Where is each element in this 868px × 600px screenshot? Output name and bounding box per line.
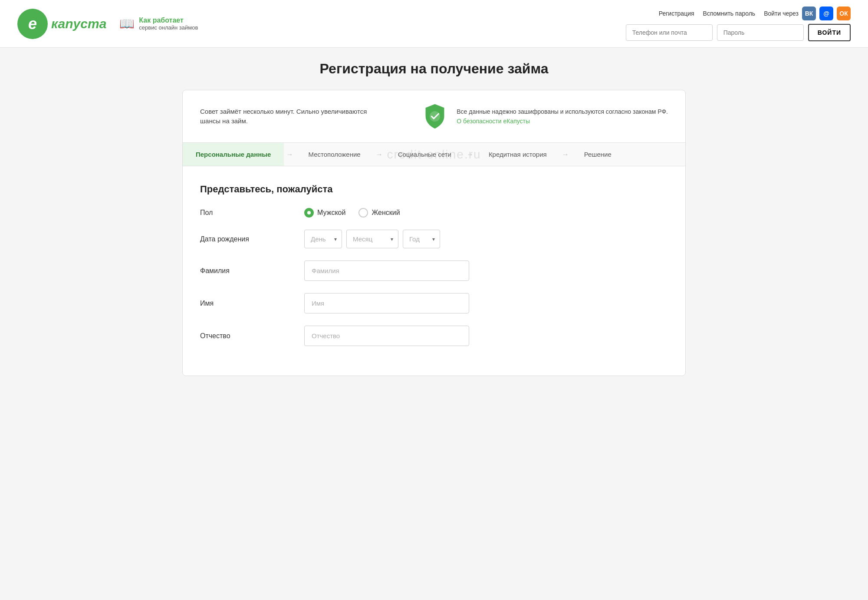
step-location[interactable]: Местоположение — [295, 143, 373, 166]
gender-male-radio[interactable] — [304, 208, 314, 218]
step-arrow-4: → — [560, 151, 571, 158]
logo: e капуста — [17, 9, 106, 39]
firstname-input[interactable] — [304, 293, 469, 313]
ok-login-button[interactable]: ОК — [837, 7, 851, 20]
form-section: Представьтесь, пожалуйста Пол Мужской Же… — [183, 166, 685, 376]
firstname-control — [304, 293, 668, 313]
lastname-input[interactable] — [304, 260, 469, 281]
dob-month-select[interactable]: Месяц ЯнварьФевральМартАпрельМайИюньИюль… — [346, 230, 398, 248]
info-right-text: Все данные надежно зашифрованы и использ… — [457, 107, 668, 126]
security-text: Все данные надежно зашифрованы и использ… — [457, 107, 668, 116]
dob-year-wrapper: Год 200820072006200520042003200220012000… — [403, 230, 440, 248]
patronymic-row: Отчество — [200, 326, 668, 346]
book-icon: 📖 — [119, 16, 135, 31]
header-right: Регистрация Вспомнить пароль Войти через… — [626, 7, 851, 41]
remind-password-link[interactable]: Вспомнить пароль — [703, 10, 756, 17]
dob-row: Дата рождения День 123456789101112131415… — [200, 230, 668, 248]
gender-male-option[interactable]: Мужской — [304, 208, 345, 218]
lastname-row: Фамилия — [200, 260, 668, 281]
info-left-text: Совет займёт несколько минут. Сильно уве… — [200, 107, 374, 126]
dob-day-select[interactable]: День 12345678910111213141516171819202122… — [304, 230, 342, 248]
step-credit-history[interactable]: Кредитная история — [476, 143, 560, 166]
lastname-control — [304, 260, 668, 281]
gender-male-label: Мужской — [317, 209, 345, 217]
header: e капуста 📖 Как работает сервис онлайн з… — [0, 0, 868, 48]
how-line1: Как работает — [139, 16, 198, 24]
dob-day-wrapper: День 12345678910111213141516171819202122… — [304, 230, 342, 248]
login-form: ВОЙТИ — [626, 24, 851, 41]
step-decision[interactable]: Решение — [571, 143, 625, 166]
phone-email-input[interactable] — [626, 24, 713, 41]
step-arrow-3: → — [464, 151, 476, 158]
firstname-label: Имя — [200, 300, 296, 307]
steps-nav: Персональные данные → Местоположение → С… — [183, 143, 685, 166]
main-content: Регистрация на получение займа Совет зай… — [174, 48, 694, 389]
info-banner: Совет займёт несколько минут. Сильно уве… — [183, 90, 685, 143]
registration-card: Совет займёт несколько минут. Сильно уве… — [182, 90, 686, 376]
social-login: Войти через ВК @ ОК — [764, 7, 851, 20]
step-arrow-2: → — [374, 151, 385, 158]
login-button[interactable]: ВОЙТИ — [808, 24, 851, 41]
page-title: Регистрация на получение займа — [182, 61, 686, 77]
gender-row: Пол Мужской Женский — [200, 208, 668, 218]
form-section-title: Представьтесь, пожалуйста — [200, 184, 668, 195]
password-input[interactable] — [717, 24, 804, 41]
registration-link[interactable]: Регистрация — [659, 10, 694, 17]
header-left: e капуста 📖 Как работает сервис онлайн з… — [17, 9, 198, 39]
logo-text: капуста — [51, 16, 106, 31]
vk-login-button[interactable]: ВК — [802, 7, 816, 20]
how-line2: сервис онлайн займов — [139, 24, 198, 31]
social-login-label: Войти через — [764, 10, 799, 17]
shield-icon — [422, 103, 448, 129]
lastname-label: Фамилия — [200, 267, 296, 275]
gender-female-label: Женский — [372, 209, 400, 217]
gender-label: Пол — [200, 209, 296, 217]
step-arrow-1: → — [284, 151, 295, 158]
info-right: Все данные надежно зашифрованы и использ… — [422, 103, 668, 129]
dob-control: День 12345678910111213141516171819202122… — [304, 230, 668, 248]
step-social[interactable]: Социальные сети — [385, 143, 464, 166]
dob-month-wrapper: Месяц ЯнварьФевральМартАпрельМайИюньИюль… — [346, 230, 398, 248]
security-link[interactable]: О безопасности еКапусты — [457, 118, 530, 125]
dob-year-select[interactable]: Год 200820072006200520042003200220012000… — [403, 230, 440, 248]
patronymic-label: Отчество — [200, 332, 296, 340]
firstname-row: Имя — [200, 293, 668, 313]
dob-label: Дата рождения — [200, 235, 296, 243]
gender-control: Мужской Женский — [304, 208, 668, 218]
logo-icon: e — [17, 9, 48, 39]
how-it-works-link[interactable]: 📖 Как работает сервис онлайн займов — [119, 16, 198, 31]
mail-login-button[interactable]: @ — [819, 7, 833, 20]
patronymic-input[interactable] — [304, 326, 469, 346]
header-links: Регистрация Вспомнить пароль Войти через… — [659, 7, 851, 20]
gender-female-radio[interactable] — [358, 208, 368, 218]
step-personal-data[interactable]: Персональные данные — [183, 143, 284, 166]
patronymic-control — [304, 326, 668, 346]
steps-nav-wrapper: Персональные данные → Местоположение → С… — [183, 143, 685, 166]
gender-female-option[interactable]: Женский — [358, 208, 400, 218]
